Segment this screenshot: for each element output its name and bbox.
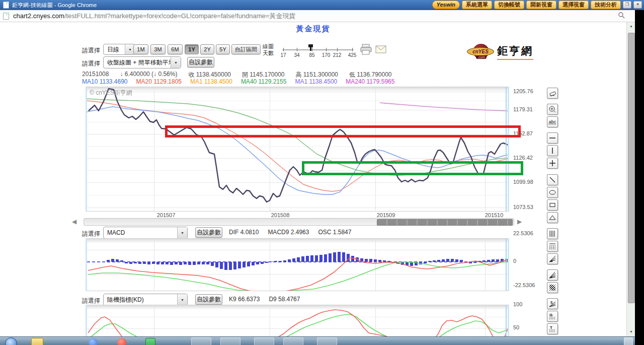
gann-grid-icon[interactable] [547,282,558,293]
chevron-down-icon[interactable]: ▼ [171,57,181,68]
y-axis-label: 1179.31 [513,106,533,112]
cross-line-icon[interactable] [547,158,558,169]
y-axis-label: 50 [513,324,519,330]
fibonacci-retracement-icon[interactable] [547,241,558,252]
scroll-left-icon[interactable]: ◀ [72,218,76,225]
range-button-6m[interactable]: 6M [168,44,183,54]
taskbar-window-button[interactable] [220,337,240,345]
days-slider[interactable] [282,49,354,50]
scroll-down-icon[interactable]: ▼ [628,328,634,335]
regression-fan-icon[interactable]: $ [547,298,558,309]
search-icon[interactable] [618,12,625,19]
main-chart[interactable] [86,87,509,212]
range-button-3m[interactable]: 3M [150,44,166,54]
trend-line-icon[interactable] [547,174,558,185]
gann-fan-icon[interactable] [547,253,558,264]
vertical-line-icon[interactable] [547,145,558,156]
macd-series [87,239,509,291]
scroll-right-icon[interactable]: ▶ [517,218,522,225]
macd-param-button[interactable]: 自設參數 [195,227,222,238]
range-button-5y[interactable]: 5Y [216,44,230,54]
taskbar-window-button[interactable] [254,337,274,345]
y-axis-label: 1205.76 [513,88,533,94]
kd-k9-value: K9 66.6373 [229,296,260,303]
new-window-button[interactable]: 開新視窗 [526,1,556,9]
rectangle-icon[interactable] [547,199,558,211]
chart-hscrollbar[interactable] [84,218,514,226]
browser-vscrollbar-thumb[interactable] [628,33,635,303]
cnyes-logo: cnYES .com 鉅亨網 [467,43,527,61]
chevron-down-icon[interactable]: ▼ [177,294,187,305]
ma240-line [380,103,509,111]
browser-vscrollbar[interactable]: ▲ ▼ [626,22,635,336]
system-menu-button[interactable]: 系統選單 [462,1,492,9]
technical-analysis-button[interactable]: 技術分析 [591,1,621,9]
scroll-up-icon[interactable]: ▲ [628,23,634,30]
range-button-1y[interactable]: 1Y [185,44,199,54]
time-box-icon[interactable]: T [547,323,558,334]
taskbar-folder-icon[interactable] [31,338,43,345]
horizontal-line-icon[interactable] [547,132,558,144]
period-dropdown-value: 日線 [104,45,125,54]
windows-taskbar[interactable] [0,336,635,345]
range-button-1m[interactable]: 1M [133,44,148,54]
mail-icon[interactable] [375,45,386,53]
logo-site-name: 鉅亨網 [497,44,533,60]
restore-window-icon[interactable]: ❐ [623,1,631,9]
gann-box-icon[interactable]: G [547,311,558,322]
taskbar-app-icon-blue[interactable] [89,338,98,345]
yeswin-button[interactable]: Yeswin [432,1,460,9]
browser-titlebar[interactable]: 鉅亨網-技術線圖 - Google Chrome Yeswin 系統選單 切換帳… [0,0,644,10]
chart-hscrollbar-thumb[interactable] [377,219,513,226]
macd-chart[interactable] [86,238,509,291]
address-bar[interactable]: chart2.cnyes.com/testFULL.html?markettyp… [0,10,635,22]
taskbar-app-icon-red[interactable] [117,338,126,345]
taskbar-window-button[interactable] [283,337,303,345]
overlay-param-button[interactable]: 自設參數 [187,57,214,67]
speed-lines-icon[interactable] [547,269,558,281]
custom-range-button[interactable]: 自訂區間 [231,44,261,54]
switch-account-button[interactable]: 切換帳號 [494,1,524,9]
macd-dif-value: DIF 4.0810 [229,229,259,236]
zoom-in-icon[interactable] [547,104,558,115]
macd-dropdown[interactable]: MACD ▼ [103,227,188,239]
period-dropdown[interactable]: 日線 ▼ [103,44,135,55]
main-chart-series [87,87,509,212]
slider-tick [337,48,338,51]
text-tool-icon[interactable]: abc [547,116,558,127]
ma-legend-row: MA10 1133.4690MA20 1129.1805MA1 1138.450… [82,78,394,85]
start-button[interactable] [5,337,17,345]
print-icon[interactable] [359,43,373,55]
taskbar-app-icon-green[interactable] [145,338,155,345]
svg-text:G: G [549,313,552,317]
kd-dropdown[interactable]: 隨機指標(KD) ▼ [103,294,188,306]
ellipse-icon[interactable] [547,187,558,198]
taskbar-window-button[interactable] [317,337,337,345]
eraser-icon[interactable] [547,88,558,99]
chevron-down-icon[interactable]: ▼ [177,227,187,238]
taskbar-window-button[interactable] [191,337,211,345]
red-annotation-rectangle[interactable] [165,125,521,137]
macd-osc-value: OSC 1.5847 [318,229,351,236]
kd-d9-value: D9 58.4767 [269,296,300,303]
fibonacci-time-zones-icon[interactable] [547,228,558,239]
y-axis-label: 1073.53 [513,204,533,210]
url-host: chart2.cnyes.com [13,12,64,20]
select-window-button[interactable]: 選擇視窗 [558,1,589,9]
y-axis-label: 22.5306 [513,230,533,236]
y-axis-label: 100 [513,301,522,307]
select-label-period: 請選擇 [82,46,100,55]
triangle-icon[interactable] [547,212,558,223]
select-label-overlay: 請選擇 [82,59,100,68]
close-window-icon[interactable]: ✕ [633,1,642,9]
days-slider-thumb[interactable] [308,44,313,51]
range-button-2y[interactable]: 2Y [200,44,214,54]
slider-tick-label: 17 [277,52,289,58]
ma-legend-ma1: MA1 1138.4500 [190,78,232,85]
svg-text:$: $ [550,300,553,305]
show-desktop-button[interactable] [624,337,633,345]
overlay-dropdown[interactable]: 收盤線圖 + 簡單移動平均線 ▼ [103,56,181,68]
green-annotation-rectangle[interactable] [302,161,523,175]
kd-param-button[interactable]: 自設參數 [195,294,222,305]
x-axis-label: 201508 [268,212,293,218]
